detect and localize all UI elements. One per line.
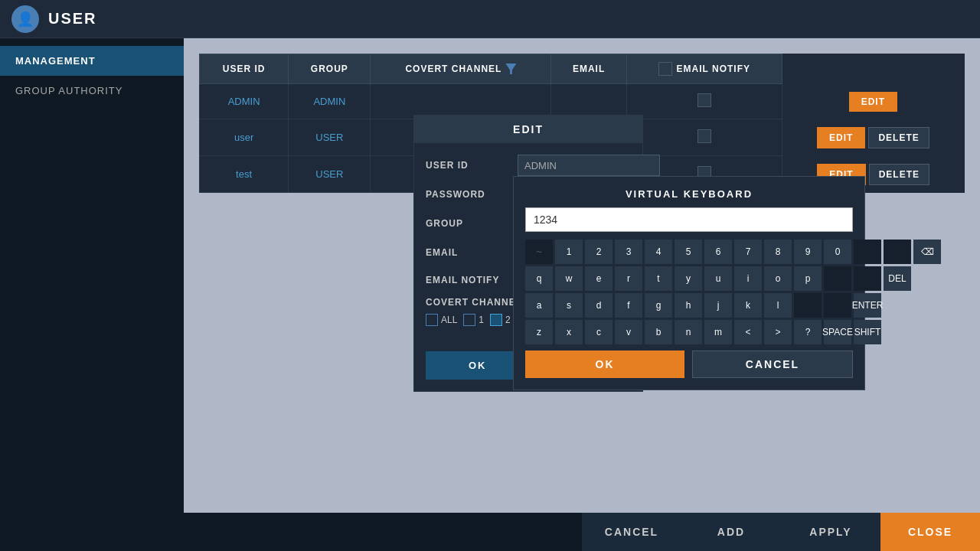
cell-covert-channel bbox=[371, 84, 551, 119]
vkb-actions: OK CANCEL bbox=[525, 350, 853, 378]
key-m[interactable]: m bbox=[704, 320, 732, 344]
key-lt[interactable]: < bbox=[734, 320, 762, 344]
key-d[interactable]: d bbox=[585, 293, 612, 318]
key-enter[interactable]: ENTER bbox=[854, 293, 881, 318]
key-l[interactable]: l bbox=[764, 293, 792, 318]
key-z[interactable]: z bbox=[525, 320, 553, 344]
key-k[interactable]: k bbox=[734, 293, 762, 318]
key-u[interactable]: u bbox=[704, 266, 732, 291]
key-r[interactable]: r bbox=[615, 266, 642, 291]
key-6[interactable]: 6 bbox=[704, 240, 732, 264]
cell-group: USER bbox=[289, 119, 371, 156]
channel-2-checkbox[interactable] bbox=[490, 314, 502, 326]
header: 👤 USER bbox=[0, 0, 980, 38]
key-3[interactable]: 3 bbox=[615, 240, 642, 264]
key-1[interactable]: 1 bbox=[555, 240, 583, 264]
key-y[interactable]: y bbox=[675, 266, 702, 291]
cell-user-id: user bbox=[200, 119, 289, 156]
cell-group: USER bbox=[289, 156, 371, 193]
col-actions bbox=[782, 54, 964, 84]
bottom-add-button[interactable]: ADD bbox=[681, 513, 781, 551]
vkb-row-qwerty: q w e r t y u i o p DEL bbox=[525, 266, 853, 291]
bottom-cancel-button[interactable]: CANCEL bbox=[582, 513, 681, 551]
delete-button-test[interactable]: DELETE bbox=[869, 164, 929, 185]
key-j[interactable]: j bbox=[704, 293, 732, 318]
key-9[interactable]: 9 bbox=[794, 240, 822, 264]
key-f[interactable]: f bbox=[615, 293, 642, 318]
key-o[interactable]: o bbox=[764, 266, 792, 291]
email-label: EMAIL bbox=[426, 247, 510, 258]
email-notify-checkbox bbox=[697, 129, 711, 143]
key-8[interactable]: 8 bbox=[764, 240, 792, 264]
sidebar-item-group-authority[interactable]: GROUP AUTHORITY bbox=[0, 76, 184, 106]
key-space[interactable]: SPACE bbox=[824, 320, 851, 344]
channel-1-checkbox[interactable] bbox=[463, 314, 475, 326]
vkb-row-asdf: a s d f g h j k l ENTER bbox=[525, 293, 853, 318]
key-t[interactable]: t bbox=[645, 266, 672, 291]
key-dash[interactable] bbox=[854, 240, 881, 264]
key-rbracket[interactable] bbox=[854, 266, 881, 291]
edit-button-admin[interactable]: EDIT bbox=[849, 92, 897, 112]
key-e[interactable]: e bbox=[585, 266, 612, 291]
channel-all-label: ALL bbox=[441, 315, 457, 325]
key-2[interactable]: 2 bbox=[585, 240, 612, 264]
key-s[interactable]: s bbox=[555, 293, 583, 318]
header-icon: 👤 bbox=[11, 5, 39, 33]
virtual-keyboard-dialog: VIRTUAL KEYBOARD ~ 1 2 3 4 5 6 7 8 9 0 ⌫ bbox=[513, 176, 865, 390]
key-p[interactable]: p bbox=[794, 266, 822, 291]
delete-button-user[interactable]: DELETE bbox=[868, 127, 929, 148]
key-del[interactable]: DEL bbox=[884, 266, 911, 291]
key-w[interactable]: w bbox=[555, 266, 583, 291]
key-backspace[interactable]: ⌫ bbox=[913, 240, 941, 264]
main-layout: MANAGEMENT GROUP AUTHORITY USER ID GROUP bbox=[0, 38, 980, 513]
bottom-close-button[interactable]: CLOSE bbox=[880, 513, 980, 551]
form-row-userid: USER ID bbox=[426, 155, 631, 176]
key-4[interactable]: 4 bbox=[645, 240, 672, 264]
bottom-bar: CANCEL ADD APPLY CLOSE bbox=[0, 513, 980, 551]
vkb-ok-button[interactable]: OK bbox=[525, 350, 684, 378]
key-7[interactable]: 7 bbox=[734, 240, 762, 264]
key-quote[interactable] bbox=[824, 293, 851, 318]
edit-dialog-title: EDIT bbox=[414, 116, 642, 143]
content-area: USER ID GROUP COVERT CHANNEL EMAIL bbox=[184, 38, 980, 513]
key-i[interactable]: i bbox=[734, 266, 762, 291]
vkb-cancel-button[interactable]: CANCEL bbox=[692, 350, 853, 378]
cell-user-id: ADMIN bbox=[200, 84, 289, 119]
key-q[interactable]: q bbox=[525, 266, 553, 291]
vkb-input[interactable] bbox=[525, 207, 853, 232]
vkb-title: VIRTUAL KEYBOARD bbox=[525, 188, 853, 200]
group-label: GROUP bbox=[426, 218, 510, 229]
col-email-notify: EMAIL NOTIFY bbox=[626, 54, 782, 84]
sidebar-item-management[interactable]: MANAGEMENT bbox=[0, 46, 184, 76]
key-0[interactable]: 0 bbox=[824, 240, 851, 264]
filter-icon bbox=[505, 64, 516, 74]
sidebar: MANAGEMENT GROUP AUTHORITY bbox=[0, 38, 184, 513]
key-gt[interactable]: > bbox=[764, 320, 792, 344]
key-x[interactable]: x bbox=[555, 320, 583, 344]
key-shift[interactable]: SHIFT bbox=[854, 320, 881, 344]
channel-all-checkbox[interactable] bbox=[426, 314, 438, 326]
col-covert-channel[interactable]: COVERT CHANNEL bbox=[371, 54, 551, 84]
cell-group: ADMIN bbox=[289, 84, 371, 119]
userid-input[interactable] bbox=[518, 155, 660, 176]
key-5[interactable]: 5 bbox=[675, 240, 702, 264]
edit-button-user[interactable]: EDIT bbox=[817, 127, 865, 148]
vkb-row-numbers: ~ 1 2 3 4 5 6 7 8 9 0 ⌫ bbox=[525, 240, 853, 264]
key-v[interactable]: v bbox=[615, 320, 642, 344]
key-c[interactable]: c bbox=[585, 320, 612, 344]
key-h[interactable]: h bbox=[675, 293, 702, 318]
channel-2-label: 2 bbox=[505, 315, 511, 325]
key-equals[interactable] bbox=[884, 240, 911, 264]
key-b[interactable]: b bbox=[645, 320, 672, 344]
key-semicolon[interactable] bbox=[794, 293, 822, 318]
key-tilde[interactable]: ~ bbox=[525, 240, 553, 264]
key-lbracket[interactable] bbox=[824, 266, 851, 291]
key-g[interactable]: g bbox=[645, 293, 672, 318]
email-notify-checkbox bbox=[697, 93, 711, 107]
key-a[interactable]: a bbox=[525, 293, 553, 318]
email-notify-header-checkbox bbox=[658, 62, 672, 76]
col-email: EMAIL bbox=[551, 54, 626, 84]
key-question[interactable]: ? bbox=[794, 320, 822, 344]
key-n[interactable]: n bbox=[675, 320, 702, 344]
bottom-apply-button[interactable]: APPLY bbox=[781, 513, 880, 551]
